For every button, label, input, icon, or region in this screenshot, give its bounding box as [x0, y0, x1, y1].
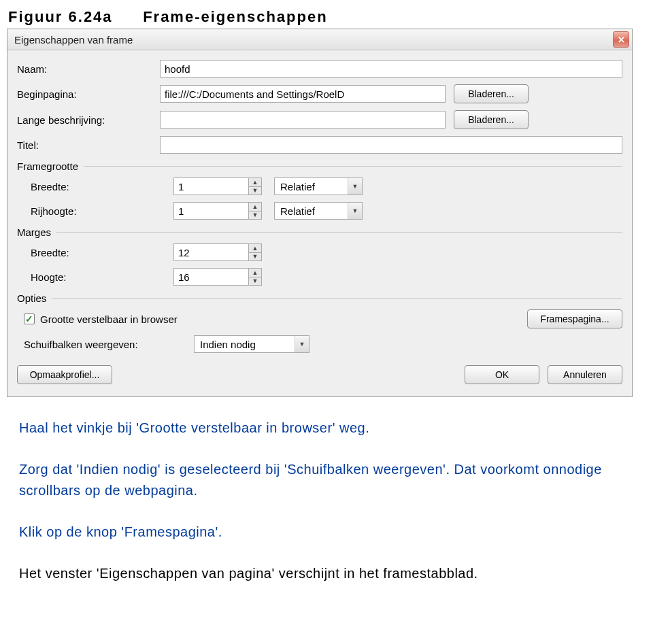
- divider: [52, 298, 622, 299]
- label-startpage: Beginpagina:: [17, 88, 160, 100]
- spinner-buttons[interactable]: ▲ ▼: [248, 177, 262, 195]
- instruction-3: Klik op de knop 'Framespagina'.: [19, 522, 634, 543]
- label-scrollbars: Schuifbalken weergeven:: [24, 339, 194, 350]
- rowheight-unit-select[interactable]: Relatief ▼: [274, 202, 363, 220]
- cancel-button[interactable]: Annuleren: [548, 365, 622, 384]
- figure-title: Frame-eigenschappen: [143, 8, 328, 25]
- chevron-down-icon[interactable]: ▼: [348, 203, 362, 219]
- longdesc-input[interactable]: [160, 111, 446, 129]
- spinner-buttons[interactable]: ▲ ▼: [248, 202, 262, 220]
- frame-properties-dialog: Eigenschappen van frame ✕ Naam: Beginpag…: [7, 29, 633, 397]
- dialog-title: Eigenschappen van frame: [14, 34, 133, 46]
- figure-header: Figuur 6.24a Frame-eigenschappen: [0, 0, 653, 29]
- width-value-input[interactable]: [173, 177, 248, 195]
- chevron-up-icon[interactable]: ▲: [249, 203, 261, 211]
- group-options: Opties: [17, 292, 622, 304]
- resizable-label: Grootte verstelbaar in browser: [40, 313, 178, 325]
- width-unit-select[interactable]: Relatief ▼: [274, 177, 363, 195]
- chevron-up-icon[interactable]: ▲: [249, 178, 261, 187]
- figure-number: Figuur 6.24a: [8, 8, 137, 26]
- chevron-down-icon[interactable]: ▼: [348, 178, 362, 194]
- label-margin-width: Breedte:: [31, 247, 173, 258]
- group-framesize-label: Framegrootte: [17, 160, 78, 172]
- close-icon[interactable]: ✕: [613, 31, 629, 48]
- framespage-button[interactable]: Framespagina...: [527, 309, 622, 328]
- label-margin-height: Hoogte:: [31, 271, 173, 283]
- dialog-titlebar: Eigenschappen van frame ✕: [7, 29, 632, 50]
- divider: [84, 166, 622, 167]
- label-name: Naam:: [17, 63, 160, 75]
- chevron-down-icon[interactable]: ▼: [249, 211, 261, 220]
- group-margins: Marges: [17, 226, 622, 238]
- group-framesize: Framegrootte: [17, 160, 622, 172]
- startpage-input[interactable]: [160, 85, 446, 103]
- chevron-up-icon[interactable]: ▲: [249, 244, 261, 253]
- name-input[interactable]: [160, 60, 622, 78]
- label-title: Titel:: [17, 139, 160, 151]
- instruction-2: Zorg dat 'Indien nodig' is geselecteerd …: [19, 459, 634, 501]
- label-rowheight: Rijhoogte:: [31, 205, 173, 217]
- title-input[interactable]: [160, 136, 622, 154]
- resizable-checkbox[interactable]: [24, 313, 35, 324]
- margin-width-input[interactable]: [173, 243, 248, 261]
- label-longdesc: Lange beschrijving:: [17, 114, 160, 126]
- instruction-1: Haal het vinkje bij 'Grootte verstelbaar…: [19, 418, 634, 439]
- group-margins-label: Marges: [17, 226, 51, 238]
- chevron-up-icon[interactable]: ▲: [249, 269, 261, 277]
- chevron-down-icon[interactable]: ▼: [249, 277, 261, 286]
- rowheight-unit-value: Relatief: [275, 205, 348, 217]
- row-margin-height: Hoogte: ▲ ▼: [31, 268, 622, 286]
- dialog-button-row: Opmaakprofiel... OK Annuleren: [17, 365, 622, 384]
- spinner-buttons[interactable]: ▲ ▼: [248, 243, 262, 261]
- row-margin-width: Breedte: ▲ ▼: [31, 243, 622, 261]
- label-width: Breedte:: [31, 181, 173, 192]
- instruction-4: Het venster 'Eigenschappen van pagina' v…: [19, 563, 634, 584]
- row-scrollbars: Schuifbalken weergeven: Indien nodig ▼: [24, 335, 622, 353]
- margin-width-spinner[interactable]: ▲ ▼: [173, 243, 262, 261]
- chevron-down-icon[interactable]: ▼: [249, 187, 261, 195]
- row-resizable: Grootte verstelbaar in browser Framespag…: [24, 309, 622, 328]
- divider: [56, 232, 622, 233]
- row-title: Titel:: [17, 136, 622, 154]
- ok-button[interactable]: OK: [465, 365, 539, 384]
- margin-height-input[interactable]: [173, 268, 248, 286]
- group-options-label: Opties: [17, 292, 46, 304]
- width-spinner[interactable]: ▲ ▼: [173, 177, 262, 195]
- row-width: Breedte: ▲ ▼ Relatief ▼: [31, 177, 622, 195]
- width-unit-value: Relatief: [275, 181, 348, 192]
- browse-longdesc-button[interactable]: Bladeren...: [454, 110, 529, 129]
- chevron-down-icon[interactable]: ▼: [249, 253, 261, 261]
- rowheight-value-input[interactable]: [173, 202, 248, 220]
- row-longdesc: Lange beschrijving: Bladeren...: [17, 110, 622, 129]
- browse-startpage-button[interactable]: Bladeren...: [454, 84, 529, 103]
- dialog-body: Naam: Beginpagina: Bladeren... Lange bes…: [7, 50, 632, 396]
- margin-height-spinner[interactable]: ▲ ▼: [173, 268, 262, 286]
- spinner-buttons[interactable]: ▲ ▼: [248, 268, 262, 286]
- chevron-down-icon[interactable]: ▼: [295, 336, 309, 352]
- row-rowheight: Rijhoogte: ▲ ▼ Relatief ▼: [31, 202, 622, 220]
- scrollbars-value: Indien nodig: [195, 339, 295, 350]
- rowheight-spinner[interactable]: ▲ ▼: [173, 202, 262, 220]
- row-startpage: Beginpagina: Bladeren...: [17, 84, 622, 103]
- scrollbars-select[interactable]: Indien nodig ▼: [194, 335, 309, 353]
- row-name: Naam:: [17, 60, 622, 78]
- style-profile-button[interactable]: Opmaakprofiel...: [17, 365, 112, 384]
